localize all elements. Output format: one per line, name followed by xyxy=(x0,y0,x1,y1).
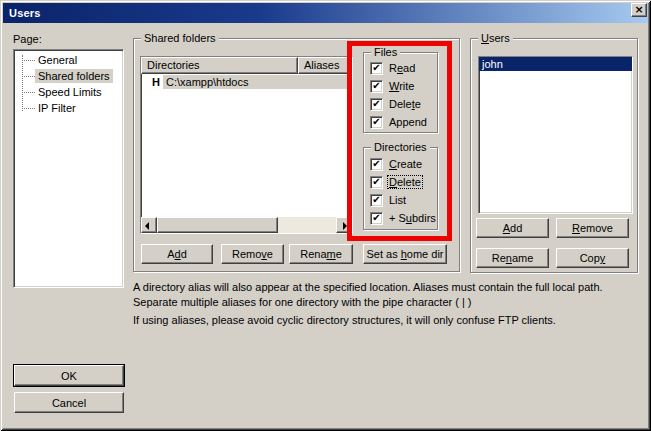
users-listbox[interactable]: john xyxy=(478,56,633,214)
checkbox-files-read[interactable]: ✔ Read xyxy=(370,61,416,75)
label-part: sers xyxy=(489,32,510,44)
cyclic-note: If using aliases, please avoid cyclic di… xyxy=(133,313,607,328)
label-part: W xyxy=(389,80,399,92)
scrollbar-track[interactable] xyxy=(278,217,336,233)
label-part: rite xyxy=(399,80,414,92)
close-button[interactable]: × xyxy=(631,3,647,17)
checkbox-files-delete[interactable]: ✔ Delete xyxy=(370,97,422,111)
label-part: Append xyxy=(389,116,427,128)
remove-user-button[interactable]: Remove xyxy=(556,218,629,238)
label-part: e xyxy=(415,98,421,110)
label-part: dd xyxy=(510,222,522,234)
label-part: reate xyxy=(397,158,422,170)
remove-directory-button[interactable]: Remove xyxy=(221,244,284,264)
home-marker: H xyxy=(152,76,160,88)
tree-connector xyxy=(22,60,35,61)
label-part: List xyxy=(389,194,406,206)
horizontal-scrollbar[interactable] xyxy=(141,217,352,233)
checkbox-dirs-subdirs[interactable]: ✔ + Subdirs xyxy=(370,211,437,225)
directories-group-label: Directories xyxy=(371,141,430,154)
directory-row[interactable]: H C:\xampp\htdocs xyxy=(141,74,352,90)
label-part: Cop xyxy=(580,252,600,264)
label-part: e xyxy=(267,248,273,260)
label-part: R xyxy=(389,62,397,74)
label-part: bdirs xyxy=(412,212,436,224)
checkbox-label: Delete xyxy=(388,98,422,110)
scrollbar-thumb[interactable] xyxy=(157,217,278,233)
shared-folders-group-label: Shared folders xyxy=(141,32,219,45)
page-label: Page: xyxy=(13,33,42,45)
files-group-label: Files xyxy=(371,46,400,59)
label-part: A xyxy=(503,222,510,234)
notes: A directory alias will also appear at th… xyxy=(133,280,607,328)
scroll-left-button[interactable] xyxy=(141,217,157,233)
column-header-directories[interactable]: Directories xyxy=(141,57,298,74)
label-part: elete xyxy=(397,176,421,188)
label-part: A xyxy=(167,248,174,260)
tree-connector xyxy=(22,76,35,77)
column-header-aliases[interactable]: Aliases xyxy=(298,57,352,74)
checkbox-label: Append xyxy=(388,116,428,128)
checkbox-label: + Subdirs xyxy=(388,212,437,224)
checkbox-icon: ✔ xyxy=(370,194,383,207)
checkbox-files-write[interactable]: ✔ Write xyxy=(370,79,415,93)
checkbox-files-append[interactable]: ✔ Append xyxy=(370,115,428,129)
add-user-button[interactable]: Add xyxy=(476,218,549,238)
label-part: R xyxy=(572,222,580,234)
check-icon: ✔ xyxy=(372,117,380,127)
checkbox-icon: ✔ xyxy=(370,62,383,75)
alias-note: A directory alias will also appear at th… xyxy=(133,280,607,310)
sidebar-item-shared-folders[interactable]: Shared folders xyxy=(16,68,121,84)
label-part: Rena xyxy=(300,248,326,260)
label-part: Re xyxy=(492,252,506,264)
check-icon: ✔ xyxy=(372,177,380,187)
set-as-home-dir-button[interactable]: Set as home dir xyxy=(363,244,447,264)
sidebar-item-ip-filter[interactable]: IP Filter xyxy=(16,100,121,116)
user-list-item-selected[interactable]: john xyxy=(479,57,632,71)
scroll-right-button[interactable] xyxy=(336,217,352,233)
checkbox-dirs-create[interactable]: ✔ Create xyxy=(370,157,423,171)
checkbox-icon: ✔ xyxy=(370,116,383,129)
checkbox-icon: ✔ xyxy=(370,176,383,189)
copy-user-button[interactable]: Copy xyxy=(556,248,629,268)
users-group-label: Users xyxy=(478,32,513,45)
label-part: ome dir xyxy=(407,248,444,260)
checkbox-icon: ✔ xyxy=(370,98,383,111)
page-tree[interactable]: General Shared folders Speed Limits IP F… xyxy=(13,49,124,288)
add-directory-button[interactable]: Add xyxy=(141,244,213,264)
checkbox-icon: ✔ xyxy=(370,158,383,171)
directories-listview[interactable]: Directories Aliases H C:\xampp\htdocs xyxy=(140,56,353,234)
users-group: Users john Add Remove Rename Copy xyxy=(470,38,638,273)
label-part: ad xyxy=(403,62,415,74)
label-part: y xyxy=(600,252,606,264)
titlebar[interactable]: Users xyxy=(3,3,648,23)
sidebar-item-general[interactable]: General xyxy=(16,52,121,68)
tree-connector xyxy=(22,108,35,109)
checkbox-label-focused: Delete xyxy=(388,176,422,188)
rename-user-button[interactable]: Rename xyxy=(476,248,549,268)
users-dialog: Users × Page: General Shared folders Spe… xyxy=(0,0,651,431)
cancel-button[interactable]: Cancel xyxy=(14,392,124,413)
tree-item-label: Speed Limits xyxy=(35,85,105,99)
sidebar-item-speed-limits[interactable]: Speed Limits xyxy=(16,84,121,100)
checkbox-dirs-delete[interactable]: ✔ Delete xyxy=(370,175,422,189)
check-icon: ✔ xyxy=(372,81,380,91)
tree-item-label: General xyxy=(35,53,80,67)
checkbox-icon: ✔ xyxy=(370,80,383,93)
label-part: Dele xyxy=(389,98,412,110)
ok-button[interactable]: OK xyxy=(14,365,124,386)
label-part: m xyxy=(327,248,336,260)
label-part: D xyxy=(389,176,397,188)
check-icon: ✔ xyxy=(372,213,380,223)
rename-directory-button[interactable]: Rename xyxy=(289,244,353,264)
check-icon: ✔ xyxy=(372,195,380,205)
directory-path: C:\xampp\htdocs xyxy=(163,75,352,89)
check-icon: ✔ xyxy=(372,159,380,169)
label-part: U xyxy=(481,32,489,44)
checkbox-label: Write xyxy=(388,80,415,92)
checkbox-dirs-list[interactable]: ✔ List xyxy=(370,193,407,207)
label-part: Remo xyxy=(232,248,261,260)
label-part: emove xyxy=(580,222,613,234)
directories-group: Directories ✔ Create ✔ Delete ✔ List ✔ +… xyxy=(363,147,438,230)
label-part: e xyxy=(336,248,342,260)
